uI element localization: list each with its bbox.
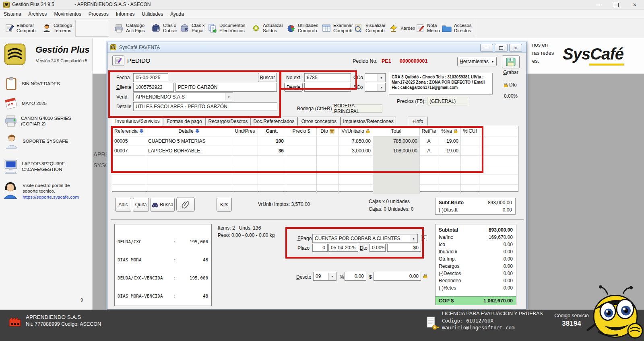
herramientas-button[interactable]: Herramientas ▼ <box>457 57 497 66</box>
quita-button[interactable]: Quita <box>133 198 149 212</box>
dialog-titlebar[interactable]: SysCafé.FAVENTA ✕ <box>107 42 526 53</box>
chevron-down-icon[interactable]: ▼ <box>378 74 385 81</box>
menu-archivos[interactable]: Archivos <box>25 10 50 18</box>
menubar: Sistema Archivos Movimientos Procesos In… <box>0 10 644 18</box>
close-icon[interactable]: ✕ <box>625 0 644 10</box>
toolbar-visualizar-comprob[interactable]: VisualizarComprob. <box>352 20 388 37</box>
chevron-down-icon[interactable]: ▼ <box>378 84 385 91</box>
menu-procesos[interactable]: Procesos <box>85 10 112 18</box>
edit-document-icon <box>5 23 14 33</box>
col-retfte[interactable]: RetFte <box>420 126 438 136</box>
toolbar: ElaborarComprob. CatálogoTerceros Catálo… <box>0 18 644 38</box>
chevron-down-icon[interactable]: ▼ <box>328 273 336 280</box>
toolbar-elaborar-comprob[interactable]: ElaborarComprob. <box>3 20 39 37</box>
col-total[interactable]: Total <box>373 126 420 136</box>
tab-formas-de-pago[interactable]: Formas de pago <box>163 117 206 125</box>
grabar-button[interactable] <box>502 55 520 68</box>
col-und-pres[interactable]: Und/Pres <box>232 126 258 136</box>
minimize-icon[interactable] <box>588 0 607 10</box>
subt-bruto-box: Subt.Bruto893,000.00 (-)Dtos.It0.00 <box>435 198 516 215</box>
col-detalle[interactable]: Detalle <box>146 126 232 136</box>
col-cant[interactable]: Cant. <box>258 126 286 136</box>
col-vr-unitario[interactable]: Vr/Unitario <box>339 126 373 136</box>
menu-ayuda[interactable]: Ayuda <box>167 10 188 18</box>
plazo-fecha-input[interactable]: 05-04-2025 <box>328 244 358 252</box>
descto-combo[interactable]: 09 ▼ <box>313 272 336 281</box>
noext-input[interactable]: 6785 <box>304 73 351 82</box>
col-iva[interactable]: %Iva <box>438 126 461 136</box>
attach-button[interactable] <box>176 197 195 212</box>
toolbar-ctas-cobrar[interactable]: Ctas xCobrar <box>150 20 179 37</box>
fecha-input[interactable]: 05-04-2025 <box>133 73 168 82</box>
toolbar-documentos-electronicos[interactable]: DocumentosElectrónicos <box>206 20 247 37</box>
support-portal-link[interactable]: https://soporte.syscafe.com <box>23 195 83 199</box>
cliente-id-input[interactable]: 1005752923 <box>133 83 174 92</box>
menu-informes[interactable]: Informes <box>112 10 138 18</box>
bodega-value[interactable]: BODEGA PRINCIPAL <box>332 104 382 113</box>
cliente-nombre-input[interactable]: PEPITO GARZÓN <box>175 83 277 92</box>
chevron-down-icon[interactable]: ▼ <box>410 235 417 242</box>
descto-pct-input[interactable]: 0.00 <box>345 272 366 281</box>
sidebar-item-soporte[interactable]: SOPORTE SYSCAFE <box>5 133 68 149</box>
toolbar-actualizar-saldos[interactable]: ActualizarSaldos <box>250 20 285 37</box>
toolbar-examinar-comprob[interactable]: ExaminarComprob. <box>320 20 355 37</box>
toolbar-nota-memo[interactable]: NotaMemo <box>414 20 442 37</box>
plazo-valor-input[interactable]: $0 <box>387 244 421 252</box>
col-icui[interactable]: %ICUI <box>461 126 479 136</box>
tab-otros-conceptos[interactable]: Otros conceptos <box>297 117 341 125</box>
tab-impuestos-retenciones[interactable]: Impuestos/Retenciones <box>341 117 396 125</box>
plazo-dto-input[interactable]: 0.00% <box>369 244 386 252</box>
cco-combo[interactable]: ▼ <box>365 73 386 82</box>
table-row[interactable]: 00007 LAPICERO BORRABLE 36 3,000.00 108,… <box>112 146 518 156</box>
dialog-close-icon[interactable]: ✕ <box>509 44 522 52</box>
fpago-combo[interactable]: CUENTAS POR COBRAR A CLIENTES ▼ <box>312 234 418 243</box>
adic-button[interactable]: Adic <box>115 198 131 212</box>
col-referencia[interactable]: Referencia <box>112 126 146 136</box>
dialog-maximize-icon[interactable] <box>495 44 508 52</box>
menu-sistema[interactable]: Sistema <box>0 10 25 18</box>
doc-type-button[interactable] <box>112 55 124 66</box>
tab-recargos-desctos[interactable]: Recargos/Desctos <box>206 117 250 125</box>
table-row[interactable]: 00005 CUADERNO 5 MATERIAS 100 7,850.00 7… <box>112 136 518 146</box>
tab-inventarios-servicios[interactable]: Inventarios/Servicios <box>112 116 163 126</box>
sidebar-item-portal-soporte[interactable]: Visite nuestro portal de soporte tecnico… <box>2 181 83 199</box>
sidebar-item-novedades[interactable]: SIN NOVEDADES <box>5 77 60 90</box>
menu-movimientos[interactable]: Movimientos <box>50 10 85 18</box>
fpago-expand-icon[interactable]: + <box>421 235 427 241</box>
toolbar-ctas-pagar[interactable]: Ctas xPagar <box>178 20 206 37</box>
toolbar-utilidades-comprob[interactable]: UtilidadesComprob. <box>285 20 320 37</box>
kits-button[interactable]: Kits <box>217 198 232 212</box>
toolbar-label: Cobrar <box>163 28 177 33</box>
cliente-info-box: CRA 3 Quibdó - Chocó Tels : 3103059381 U… <box>389 73 493 94</box>
descto-valor-input[interactable]: 0.00 <box>374 272 421 281</box>
plazo-dias-input[interactable]: 0 <box>312 244 328 252</box>
chevron-down-icon[interactable]: ▼ <box>225 93 232 101</box>
fpago-value: CUENTAS POR COBRAR A CLIENTES <box>315 236 400 241</box>
sco-combo[interactable]: ▼ <box>365 83 386 92</box>
col-precio[interactable]: Precio $ <box>286 126 317 136</box>
tab-info[interactable]: +Info <box>408 117 428 125</box>
menu-utilidades[interactable]: Utilidades <box>138 10 167 18</box>
toolbar-label: Saldos <box>263 28 283 33</box>
toolbar-kardex[interactable]: Kardex <box>387 20 417 37</box>
toolbar-catalogo-actifijos[interactable]: CatálogoActi.Fijos <box>113 20 147 37</box>
detalle-input[interactable]: UTILES ESCOLARES - PEPITO GARZÓN <box>133 102 277 111</box>
calculator-icon <box>330 129 334 134</box>
dialog-minimize-icon[interactable] <box>480 44 493 52</box>
sidebar-item-label: SOPORTE SYSCAFE <box>23 138 68 144</box>
sidebar-item-periodo[interactable]: MAYO 2025 <box>4 97 47 110</box>
tab-doc-referenciados[interactable]: Doc.Referenciados <box>250 117 297 125</box>
sidebar-item-equipo[interactable]: LAPTOP-3P2QU39E C:\CAFE\GESTION <box>3 159 65 174</box>
desde-button[interactable]: Desde <box>284 83 303 92</box>
desde-input[interactable] <box>304 83 351 92</box>
dto-lock-row: Dto <box>504 82 517 88</box>
total-row: Ibua/Icui0.00 <box>436 248 516 255</box>
vendedor-combo[interactable]: APRENDIENDO S.A.S ▼ <box>133 92 233 101</box>
busca-button[interactable]: Busca <box>151 198 175 212</box>
col-dto[interactable]: Dto <box>317 126 339 136</box>
toolbar-accesos-directos[interactable]: AccesosDirectos <box>440 20 473 37</box>
maximize-icon[interactable] <box>607 0 625 10</box>
sidebar-item-impresora[interactable]: CANON G4010 SERIES (COPIAR 2) <box>4 115 89 127</box>
toolbar-catalogo-terceros[interactable]: CatálogoTerceros <box>40 20 74 37</box>
buscar-button[interactable]: Buscar <box>258 73 277 82</box>
